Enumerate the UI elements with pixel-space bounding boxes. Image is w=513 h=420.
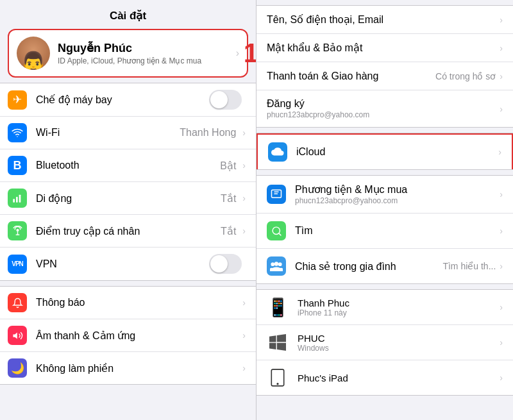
devices-group: 📱 Thanh Phuc iPhone 11 này › PHUC Window… xyxy=(256,289,513,396)
purchases-chevron-icon: › xyxy=(500,189,503,199)
find-icon xyxy=(267,221,286,240)
svg-point-3 xyxy=(16,228,19,231)
cellular-value: Tắt xyxy=(221,192,236,205)
settings-item-airplane[interactable]: ✈ Chế độ máy bay xyxy=(0,83,256,117)
ipad-device-icon xyxy=(267,367,289,389)
bluetooth-label: Bluetooth xyxy=(36,160,220,171)
name-phone-chevron-icon: › xyxy=(500,15,503,25)
windows-name: PHUC xyxy=(298,333,500,344)
iphone-info: Thanh Phuc iPhone 11 này xyxy=(298,298,500,317)
hotspot-chevron-icon: › xyxy=(242,226,246,236)
subscription-text: Đăng ký phucn123abcpro@yahoo.com xyxy=(267,98,500,119)
right-item-name-phone[interactable]: Tên, Số điện thoại, Email › xyxy=(256,6,513,34)
purchases-icon xyxy=(267,185,286,204)
panel-title: Cài đặt xyxy=(0,0,256,29)
right-item-payment[interactable]: Thanh toán & Giao hàng Có trong hồ sơ › xyxy=(256,62,513,90)
left-panel: Cài đặt Nguyễn Phúc ID Apple, iCloud, Ph… xyxy=(0,0,256,420)
family-icon xyxy=(267,256,286,276)
airplane-label: Chế độ máy bay xyxy=(36,94,209,106)
avatar xyxy=(17,37,50,70)
password-chevron-icon: › xyxy=(500,43,503,53)
profile-info: Nguyễn Phúc ID Apple, iCloud, Phương tiệ… xyxy=(58,41,236,65)
right-item-family[interactable]: Chia sẻ trong gia đình Tìm hiểu th... › xyxy=(256,249,513,283)
settings-group-connectivity: ✈ Chế độ máy bay Wi-Fi Thanh Hong › B Bl… xyxy=(0,83,256,281)
svg-rect-0 xyxy=(13,199,15,202)
svg-point-10 xyxy=(271,262,274,266)
settings-item-donotdisturb[interactable]: 🌙 Không làm phiền › xyxy=(0,352,256,384)
settings-item-bluetooth[interactable]: B Bluetooth Bật › xyxy=(0,149,256,182)
vpn-toggle[interactable] xyxy=(209,254,242,274)
profile-chevron-icon: › xyxy=(236,47,239,59)
hotspot-icon xyxy=(8,221,27,240)
bluetooth-icon: B xyxy=(8,156,27,175)
payment-chevron-icon: › xyxy=(500,71,503,81)
iphone-device-icon: 📱 xyxy=(267,296,289,318)
icloud-text: iCloud xyxy=(296,146,498,158)
find-label: Tìm xyxy=(295,225,500,237)
name-phone-text: Tên, Số điện thoại, Email xyxy=(267,13,500,26)
settings-group-notifications: Thông báo › Âm thanh & Cảm ứng › 🌙 Không… xyxy=(0,286,256,385)
iphone-sub: iPhone 11 này xyxy=(298,308,500,317)
donotdisturb-label: Không làm phiền xyxy=(36,362,240,374)
settings-item-sounds[interactable]: Âm thanh & Cảm ứng › xyxy=(0,319,256,352)
icloud-label: iCloud xyxy=(296,146,498,158)
password-label: Mật khẩu & Bảo mật xyxy=(267,42,500,54)
notifications-icon xyxy=(8,293,27,312)
wifi-chevron-icon: › xyxy=(242,128,246,138)
airplane-toggle[interactable] xyxy=(209,90,242,110)
wifi-icon xyxy=(8,123,27,142)
airplane-icon: ✈ xyxy=(8,90,27,110)
svg-point-17 xyxy=(276,383,278,385)
svg-marker-6 xyxy=(13,332,17,339)
svg-rect-1 xyxy=(16,197,18,203)
windows-device-icon xyxy=(267,332,289,353)
svg-line-9 xyxy=(278,233,280,235)
right-item-subscription[interactable]: Đăng ký phucn123abcpro@yahoo.com › xyxy=(256,90,513,127)
payment-label: Thanh toán & Giao hàng xyxy=(267,71,435,82)
account-services-group: Phương tiện & Mục mua phucn123abcpro@yah… xyxy=(256,175,513,284)
hotspot-value: Tắt xyxy=(221,225,236,237)
device-iphone[interactable]: 📱 Thanh Phuc iPhone 11 này › xyxy=(256,290,513,325)
cellular-label: Di động xyxy=(36,192,221,205)
icloud-icon xyxy=(268,142,287,162)
iphone-chevron-icon: › xyxy=(500,302,503,312)
vpn-label: VPN xyxy=(36,258,209,270)
settings-item-vpn[interactable]: VPN VPN xyxy=(0,248,256,280)
right-item-find[interactable]: Tìm › xyxy=(256,214,513,249)
subscription-chevron-icon: › xyxy=(500,104,503,114)
family-text: Chia sẻ trong gia đình xyxy=(295,260,442,273)
donotdisturb-chevron-icon: › xyxy=(242,363,246,373)
right-item-icloud[interactable]: iCloud › 2 xyxy=(256,133,513,169)
iphone-name: Thanh Phuc xyxy=(298,298,500,308)
settings-item-cellular[interactable]: Di động Tắt › xyxy=(0,182,256,215)
profile-name: Nguyễn Phúc xyxy=(58,41,236,55)
settings-item-wifi[interactable]: Wi-Fi Thanh Hong › xyxy=(0,117,256,149)
payment-value: Có trong hồ sơ xyxy=(435,71,496,81)
notifications-chevron-icon: › xyxy=(242,298,246,308)
ipad-name: Phuc's iPad xyxy=(298,373,500,383)
find-text: Tìm xyxy=(295,225,500,237)
settings-item-notifications[interactable]: Thông báo › xyxy=(0,287,256,319)
right-item-password[interactable]: Mật khẩu & Bảo mật › xyxy=(256,34,513,62)
bluetooth-chevron-icon: › xyxy=(242,160,246,171)
password-text: Mật khẩu & Bảo mật xyxy=(267,42,500,54)
sounds-icon xyxy=(8,326,27,345)
svg-rect-2 xyxy=(19,195,21,203)
settings-item-hotspot[interactable]: Điểm truy cập cá nhân Tắt › xyxy=(0,215,256,248)
subscription-label: Đăng ký xyxy=(267,98,500,110)
notifications-label: Thông báo xyxy=(36,297,240,308)
svg-point-12 xyxy=(278,262,282,266)
purchases-text: Phương tiện & Mục mua phucn123abcpro@yah… xyxy=(295,183,500,205)
right-item-purchases[interactable]: Phương tiện & Mục mua phucn123abcpro@yah… xyxy=(256,176,513,214)
profile-row[interactable]: Nguyễn Phúc ID Apple, iCloud, Phương tiệ… xyxy=(8,29,248,78)
purchases-email: phucn123abcpro@yahoo.com xyxy=(295,196,500,205)
family-label: Chia sẻ trong gia đình xyxy=(295,260,442,273)
device-ipad[interactable]: Phuc's iPad › xyxy=(256,360,513,395)
device-windows[interactable]: PHUC Windows › xyxy=(256,325,513,360)
subscription-email: phucn123abcpro@yahoo.com xyxy=(267,110,500,119)
step-badge-1: 1 xyxy=(244,38,256,69)
icloud-chevron-icon: › xyxy=(498,147,501,157)
payment-text: Thanh toán & Giao hàng xyxy=(267,71,435,82)
bluetooth-value: Bật xyxy=(220,160,236,172)
wifi-value: Thanh Hong xyxy=(180,127,236,139)
